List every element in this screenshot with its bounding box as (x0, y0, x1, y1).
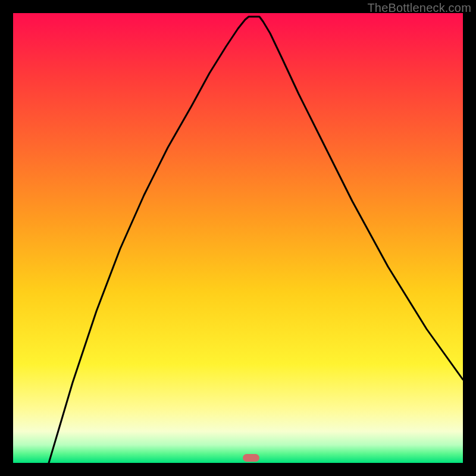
chart-frame: TheBottleneck.com (0, 0, 476, 476)
attribution-text: TheBottleneck.com (367, 1, 471, 15)
plot-area (13, 13, 463, 463)
bottleneck-curve (13, 13, 463, 463)
optimum-marker (243, 454, 259, 462)
